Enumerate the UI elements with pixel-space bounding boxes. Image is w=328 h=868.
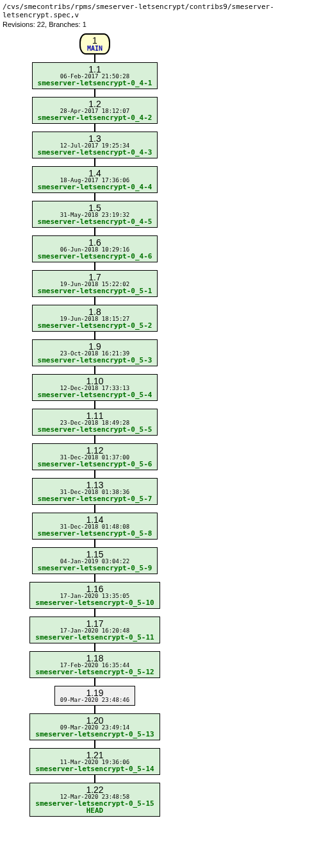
revision-tag: smeserver-letsencrypt-0_5-6 (38, 461, 152, 468)
revision-node[interactable]: 1.312-Jul-2017 19:25:34smeserver-letsenc… (32, 132, 158, 158)
revision-number: 1.22 (35, 785, 154, 794)
connector (94, 643, 95, 651)
connector (94, 678, 95, 686)
connector (94, 505, 95, 513)
trunk-box[interactable]: 1 MAIN (79, 33, 110, 55)
revision-tag: smeserver-letsencrypt-0_4-1 (38, 80, 152, 87)
connector (94, 775, 95, 783)
revision-node[interactable]: 1.1231-Dec-2018 01:37:00smeserver-letsen… (32, 443, 158, 470)
connector (94, 332, 95, 339)
revision-tag: smeserver-letsencrypt-0_4-3 (38, 149, 152, 156)
revision-node[interactable]: 1.1717-Jan-2020 16:20:48smeserver-letsen… (29, 617, 160, 643)
repo-path: /cvs/smecontribs/rpms/smeserver-letsencr… (3, 3, 328, 19)
revision-number: 1.21 (35, 751, 154, 760)
revision-number: 1.11 (38, 411, 152, 420)
revision-date: 09-Mar-2020 23:48:46 (60, 697, 129, 703)
revision-number: 1.12 (38, 446, 152, 455)
revision-node[interactable]: 1.228-Apr-2017 18:12:07smeserver-letsenc… (32, 97, 158, 124)
revision-node[interactable]: 1.1012-Dec-2018 17:33:13smeserver-letsen… (32, 374, 158, 401)
revision-node[interactable]: 1.923-Oct-2018 16:21:39smeserver-letsenc… (32, 339, 158, 366)
connector (94, 366, 95, 374)
revision-head-label: HEAD (35, 807, 154, 814)
revision-number: 1.9 (38, 342, 152, 351)
connector (94, 470, 95, 478)
revision-tag: smeserver-letsencrypt-0_4-6 (38, 253, 152, 260)
revision-tag: smeserver-letsencrypt-0_5-13 (35, 731, 154, 738)
connector (94, 262, 95, 270)
revision-number: 1.13 (38, 481, 152, 489)
connector (94, 740, 95, 748)
revision-tag: smeserver-letsencrypt-0_5-2 (38, 322, 152, 329)
revision-node[interactable]: 1.1909-Mar-2020 23:48:46 (54, 686, 135, 706)
revision-node[interactable]: 1.606-Jun-2018 10:29:16smeserver-letsenc… (32, 235, 158, 262)
revision-number: 1.19 (60, 688, 129, 697)
revision-tag: smeserver-letsencrypt-0_5-4 (38, 391, 152, 398)
revision-number: 1.10 (38, 377, 152, 386)
revision-number: 1.6 (38, 238, 152, 247)
revision-tag: smeserver-letsencrypt-0_5-10 (35, 599, 154, 606)
revision-tag: smeserver-letsencrypt-0_5-12 (35, 668, 154, 676)
connector (94, 193, 95, 201)
revision-node[interactable]: 1.106-Feb-2017 21:50:28smeserver-letsenc… (32, 62, 158, 89)
revision-tag: smeserver-letsencrypt-0_5-9 (38, 565, 152, 572)
connector (94, 297, 95, 305)
revision-number: 1.16 (35, 584, 154, 593)
connector (94, 89, 95, 97)
connector (94, 228, 95, 235)
revision-tag: smeserver-letsencrypt-0_4-2 (38, 114, 152, 121)
revision-tag: smeserver-letsencrypt-0_4-4 (38, 183, 152, 191)
connector (94, 609, 95, 617)
revision-tag: smeserver-letsencrypt-0_5-1 (38, 287, 152, 294)
revision-node[interactable]: 1.1617-Jan-2020 13:35:05smeserver-letsen… (29, 582, 160, 609)
revision-tag: smeserver-letsencrypt-0_5-7 (38, 495, 152, 502)
revision-node[interactable]: 1.531-May-2018 23:19:32smeserver-letsenc… (32, 201, 158, 228)
revision-node[interactable]: 1.1817-Feb-2020 16:35:44smeserver-letsen… (29, 651, 160, 678)
connector (94, 401, 95, 409)
revision-number: 1.2 (38, 99, 152, 108)
revision-number: 1.7 (38, 273, 152, 282)
revision-tag: smeserver-letsencrypt-0_5-5 (38, 426, 152, 433)
revision-number: 1.14 (38, 515, 152, 524)
revision-tree: 1 MAIN 1.106-Feb-2017 21:50:28smeserver-… (12, 33, 178, 817)
revision-number: 1.3 (38, 134, 152, 143)
connector (94, 540, 95, 547)
connector (94, 158, 95, 166)
revision-node[interactable]: 1.1504-Jan-2019 03:04:22smeserver-letsen… (32, 547, 158, 574)
revision-tag: smeserver-letsencrypt-0_5-14 (35, 765, 154, 772)
connector (94, 436, 95, 443)
revision-number: 1.4 (38, 169, 152, 178)
trunk-label: MAIN (87, 46, 102, 53)
revision-node[interactable]: 1.2111-Mar-2020 19:36:06smeserver-letsen… (29, 748, 160, 775)
revision-number: 1.1 (38, 65, 152, 74)
revision-number: 1.18 (35, 654, 154, 663)
trunk-number: 1 (87, 36, 102, 46)
revision-node[interactable]: 1.1123-Dec-2018 18:49:28smeserver-letsen… (32, 409, 158, 436)
revision-node[interactable]: 1.819-Jun-2018 18:15:27smeserver-letsenc… (32, 305, 158, 332)
revision-number: 1.20 (35, 716, 154, 725)
revision-number: 1.8 (38, 307, 152, 316)
revision-tag: smeserver-letsencrypt-0_5-3 (38, 357, 152, 364)
connector (94, 574, 95, 582)
revision-node[interactable]: 1.1431-Dec-2018 01:48:08smeserver-letsen… (32, 513, 158, 540)
revision-number: 1.17 (35, 619, 154, 628)
revision-tag: smeserver-letsencrypt-0_5-11 (35, 634, 154, 641)
revision-node[interactable]: 1.2212-Mar-2020 23:48:58smeserver-letsen… (29, 783, 160, 817)
revision-node[interactable]: 1.719-Jun-2018 15:22:02smeserver-letsenc… (32, 270, 158, 297)
revision-node[interactable]: 1.418-Aug-2017 17:36:06smeserver-letsenc… (32, 166, 158, 193)
revision-node[interactable]: 1.1331-Dec-2018 01:38:36smeserver-letsen… (32, 478, 158, 505)
connector (94, 124, 95, 132)
connector (94, 55, 95, 62)
revision-tag: smeserver-letsencrypt-0_5-8 (38, 530, 152, 537)
revision-number: 1.5 (38, 203, 152, 212)
revision-tag: smeserver-letsencrypt-0_4-5 (38, 218, 152, 225)
revisions-summary: Revisions: 22, Branches: 1 (3, 21, 328, 28)
revision-node[interactable]: 1.2009-Mar-2020 23:49:14smeserver-letsen… (29, 713, 160, 740)
connector (94, 706, 95, 713)
revision-number: 1.15 (38, 550, 152, 559)
